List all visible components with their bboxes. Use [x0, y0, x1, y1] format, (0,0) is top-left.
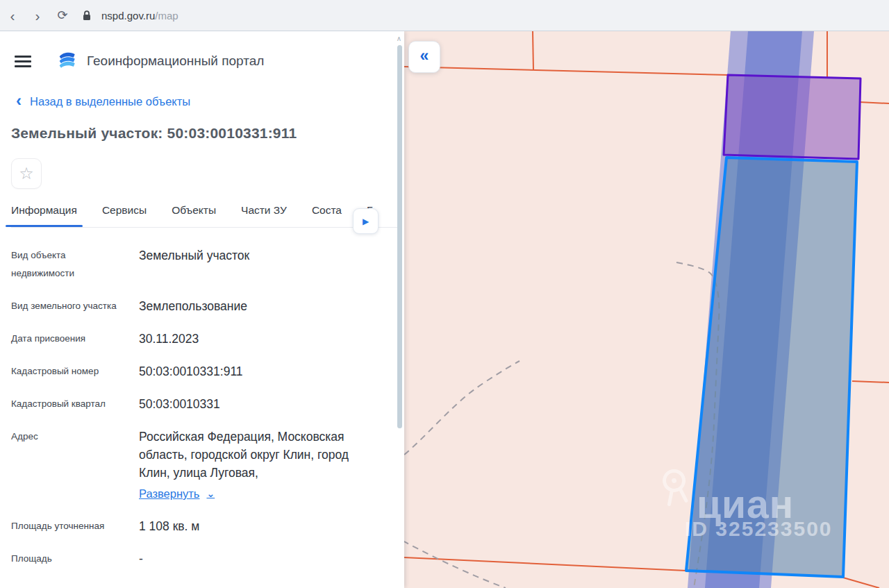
- attributes-list: Вид объекта недвижимости Земельный участ…: [11, 246, 404, 568]
- field-label: Дата присвоения: [11, 330, 139, 348]
- address-text: Российская Федерация, Московская область…: [139, 430, 349, 480]
- field-value: Российская Федерация, Московская область…: [139, 428, 379, 503]
- tab-services[interactable]: Сервисы: [102, 204, 147, 217]
- field-label: Кадастровый номер: [11, 362, 139, 380]
- double-chevron-left-icon: «: [420, 48, 429, 64]
- tab-composition-truncated[interactable]: Соста: [312, 204, 342, 217]
- field-row-cadastral-quarter: Кадастровый квартал 50:03:0010331: [11, 395, 404, 413]
- favorite-button[interactable]: ☆: [11, 158, 42, 189]
- tab-information[interactable]: Информация: [11, 204, 77, 217]
- tab-bar: Информация Сервисы Объекты Части ЗУ Сост…: [11, 204, 399, 228]
- field-label: Площадь: [11, 550, 139, 568]
- arrow-right-icon: ▶: [363, 217, 369, 226]
- menu-icon[interactable]: [15, 56, 31, 67]
- info-panel: Геоинформационный портал ‹ Назад в выдел…: [0, 31, 404, 588]
- back-chevron-icon: ‹: [16, 94, 22, 107]
- page-title: Земельный участок: 50:03:0010331:911: [11, 125, 404, 142]
- field-value: 30.11.2023: [139, 330, 379, 348]
- tabs-scroll-right-button[interactable]: ▶: [353, 208, 379, 234]
- field-label: Кадастровый квартал: [11, 395, 139, 413]
- field-value: Землепользование: [139, 297, 379, 315]
- scroll-up-icon[interactable]: ∧: [397, 35, 401, 42]
- field-row-area-refined: Площадь уточненная 1 108 кв. м: [11, 517, 404, 535]
- expand-label: Развернуть: [139, 485, 199, 503]
- panel-scrollbar[interactable]: [397, 45, 402, 428]
- tab-parcel-parts[interactable]: Части ЗУ: [241, 204, 287, 217]
- reload-icon[interactable]: ⟳: [50, 0, 75, 31]
- portal-title: Геоинформационный портал: [87, 53, 264, 69]
- field-label: Адрес: [11, 428, 139, 503]
- browser-forward-icon[interactable]: ›: [25, 0, 50, 31]
- url-path: /map: [155, 10, 178, 22]
- field-value: 50:03:0010331:911: [139, 362, 379, 380]
- lock-icon[interactable]: [75, 10, 99, 21]
- field-label: Площадь уточненная: [11, 517, 139, 535]
- field-value: 50:03:0010331: [139, 395, 379, 413]
- browser-back-icon[interactable]: ‹: [0, 0, 25, 31]
- url-bar[interactable]: nspd.gov.ru/map: [101, 10, 178, 22]
- field-label: Вид земельного участка: [11, 297, 139, 315]
- field-row-parcel-kind: Вид земельного участка Землепользование: [11, 297, 404, 315]
- field-row-object-kind: Вид объекта недвижимости Земельный участ…: [11, 246, 404, 283]
- field-value: Земельный участок: [139, 246, 379, 283]
- expand-address-link[interactable]: Развернуть ⌄: [139, 485, 215, 503]
- back-link-label: Назад в выделенные объекты: [30, 95, 190, 108]
- field-value: 1 108 кв. м: [139, 517, 379, 535]
- map-area[interactable]: циан ID 325233500 «: [404, 31, 889, 588]
- highlighted-quarter-polygon[interactable]: [724, 75, 861, 159]
- field-row-address: Адрес Российская Федерация, Московская о…: [11, 428, 404, 503]
- url-host: nspd.gov.ru: [101, 10, 155, 22]
- field-value: -: [139, 550, 379, 568]
- back-to-selected-link[interactable]: ‹ Назад в выделенные объекты: [11, 94, 404, 109]
- watermark-id: ID 325233500: [685, 517, 833, 540]
- field-row-assign-date: Дата присвоения 30.11.2023: [11, 330, 404, 348]
- collapse-panel-button[interactable]: «: [408, 41, 440, 73]
- browser-chrome: ‹ › ⟳ nspd.gov.ru/map: [0, 0, 889, 31]
- portal-logo-icon: [56, 51, 77, 72]
- field-label: Вид объекта недвижимости: [11, 246, 139, 283]
- portal-header: Геоинформационный портал: [11, 49, 404, 73]
- chevron-down-icon: ⌄: [206, 485, 215, 503]
- map-canvas[interactable]: циан ID 325233500: [404, 31, 889, 588]
- tab-objects[interactable]: Объекты: [172, 204, 216, 217]
- field-row-area: Площадь -: [11, 550, 404, 568]
- field-row-cadastral-number: Кадастровый номер 50:03:0010331:911: [11, 362, 404, 380]
- star-icon: ☆: [19, 165, 34, 182]
